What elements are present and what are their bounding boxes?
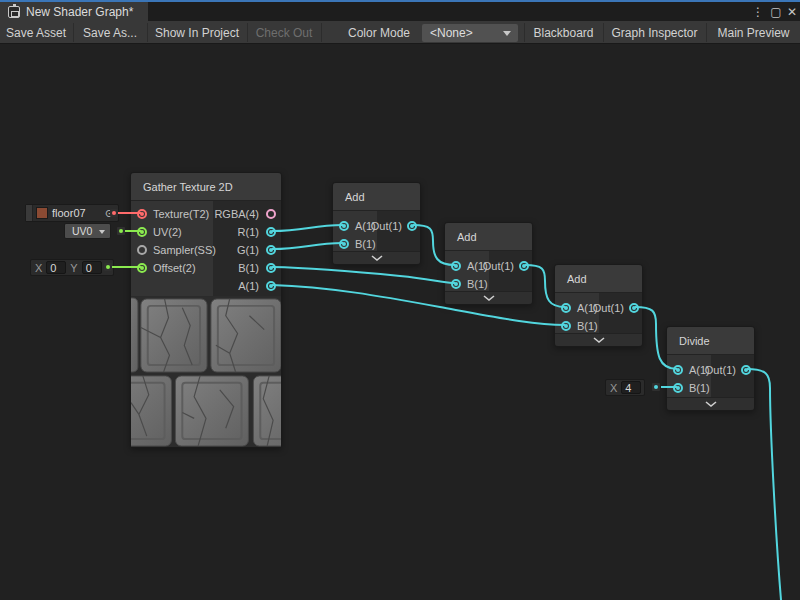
graph-inspector-button[interactable]: Graph Inspector xyxy=(604,21,705,44)
output-label-r: R(1) xyxy=(238,223,259,241)
output-label-g: G(1) xyxy=(237,241,259,259)
shader-graph-icon xyxy=(8,6,20,18)
window-menu-icon[interactable]: ⋮ xyxy=(750,2,766,21)
node-title-text: Divide xyxy=(679,335,710,347)
output-label-out: Out(1) xyxy=(705,361,736,379)
tab-bar: New Shader Graph* ⋮ ▢ ✕ xyxy=(0,2,800,21)
port-offset-input[interactable] xyxy=(137,263,147,273)
node-title[interactable]: Add xyxy=(555,265,642,293)
texture-thumbnail xyxy=(36,207,48,219)
collapse-chevron[interactable] xyxy=(445,291,532,304)
show-in-project-button[interactable]: Show In Project xyxy=(148,21,246,44)
save-asset-button[interactable]: Save Asset xyxy=(0,21,72,44)
chevron-down-icon xyxy=(483,295,495,301)
window-maximize-icon[interactable]: ▢ xyxy=(768,2,784,21)
chevron-down-icon xyxy=(99,230,105,234)
x-label: X xyxy=(610,382,617,394)
port-g-output[interactable] xyxy=(266,245,276,255)
node-title-text: Add xyxy=(567,273,587,285)
output-label-a: A(1) xyxy=(238,277,259,295)
main-preview-button[interactable]: Main Preview xyxy=(707,21,800,44)
port-a-output[interactable] xyxy=(266,281,276,291)
port-b-input[interactable] xyxy=(339,239,349,249)
node-title[interactable]: Gather Texture 2D xyxy=(131,173,281,201)
divide-b-float-field[interactable]: X 4 xyxy=(605,379,645,396)
chevron-down-icon xyxy=(593,337,605,343)
output-label-out: Out(1) xyxy=(371,217,402,235)
port-a-input[interactable] xyxy=(673,365,683,375)
divisor-input[interactable]: 4 xyxy=(621,381,641,394)
node-add-2[interactable]: Add A(1) B(1) Out(1) xyxy=(444,222,533,305)
input-label-b: B(1) xyxy=(689,379,710,397)
uv-channel-value: UV0 xyxy=(72,225,92,237)
port-out-output[interactable] xyxy=(519,261,529,271)
texture-port-dot[interactable] xyxy=(110,209,118,217)
chevron-down-icon xyxy=(705,401,717,407)
port-a-input[interactable] xyxy=(561,303,571,313)
uv-port-dot[interactable] xyxy=(117,227,125,235)
input-label-uv: UV(2) xyxy=(153,223,182,241)
save-as-button[interactable]: Save As... xyxy=(74,21,146,44)
shader-graph-window: New Shader Graph* ⋮ ▢ ✕ Save Asset Save … xyxy=(0,0,800,600)
node-title-text: Add xyxy=(345,191,365,203)
node-title[interactable]: Add xyxy=(333,183,420,211)
offset-port-dot[interactable] xyxy=(104,263,112,271)
chevron-down-icon xyxy=(371,255,383,261)
offset-y-input[interactable]: 0 xyxy=(82,261,102,274)
node-title[interactable]: Add xyxy=(445,223,532,251)
collapse-chevron[interactable] xyxy=(333,251,420,264)
port-rgba-output[interactable] xyxy=(266,209,276,219)
port-a-input[interactable] xyxy=(451,261,461,271)
object-field-strip xyxy=(26,205,33,221)
offset-vector2-field[interactable]: X 0 Y 0 xyxy=(30,259,114,276)
output-label-out: Out(1) xyxy=(593,299,624,317)
collapse-chevron[interactable] xyxy=(555,333,642,346)
port-r-output[interactable] xyxy=(266,227,276,237)
color-mode-value: <None> xyxy=(430,26,473,40)
node-gather-texture-2d[interactable]: Gather Texture 2D Texture(T2) UV(2) Samp… xyxy=(130,172,282,448)
node-title-text: Add xyxy=(457,231,477,243)
offset-x-input[interactable]: 0 xyxy=(46,261,66,274)
port-out-output[interactable] xyxy=(741,365,751,375)
port-out-output[interactable] xyxy=(629,303,639,313)
chevron-down-icon xyxy=(503,31,511,36)
x-label: X xyxy=(35,262,42,274)
input-label-texture: Texture(T2) xyxy=(153,205,209,223)
texture-object-field[interactable]: floor07 ⊙ xyxy=(25,204,119,222)
blackboard-button[interactable]: Blackboard xyxy=(525,21,602,44)
node-add-1[interactable]: Add A(1) B(1) Out(1) xyxy=(332,182,421,265)
uv-channel-dropdown[interactable]: UV0 xyxy=(64,223,111,239)
node-title[interactable]: Divide xyxy=(667,327,754,355)
port-b-input[interactable] xyxy=(673,383,683,393)
input-label-offset: Offset(2) xyxy=(153,259,196,277)
node-title-text: Gather Texture 2D xyxy=(143,181,233,193)
node-divide[interactable]: Divide A(1) B(1) Out(1) xyxy=(666,326,755,411)
color-mode-label: Color Mode xyxy=(348,21,410,44)
input-label-sampler: Sampler(SS) xyxy=(153,241,216,259)
texture-preview xyxy=(131,296,281,447)
port-texture-input[interactable] xyxy=(137,209,147,219)
output-label-out: Out(1) xyxy=(483,257,514,275)
output-label-b: B(1) xyxy=(238,259,259,277)
tab-title: New Shader Graph* xyxy=(26,5,133,19)
graph-canvas[interactable] xyxy=(0,44,800,600)
output-label-rgba: RGBA(4) xyxy=(214,205,259,223)
port-sampler-input[interactable] xyxy=(137,245,147,255)
port-b-input[interactable] xyxy=(561,321,571,331)
tab-new-shader-graph[interactable]: New Shader Graph* xyxy=(0,2,148,21)
graph-toolbar: Save Asset Save As... Show In Project Ch… xyxy=(0,21,800,44)
port-uv-input[interactable] xyxy=(137,227,147,237)
y-label: Y xyxy=(70,262,77,274)
node-add-3[interactable]: Add A(1) B(1) Out(1) xyxy=(554,264,643,347)
port-b-input[interactable] xyxy=(451,279,461,289)
toolbar-separator xyxy=(321,23,322,42)
divisor-port-dot[interactable] xyxy=(652,383,660,391)
texture-name: floor07 xyxy=(52,207,86,219)
port-b-output[interactable] xyxy=(266,263,276,273)
check-out-button[interactable]: Check Out xyxy=(248,21,320,44)
color-mode-dropdown[interactable]: <None> xyxy=(422,24,518,42)
port-out-output[interactable] xyxy=(407,221,417,231)
collapse-chevron[interactable] xyxy=(667,397,754,410)
port-a-input[interactable] xyxy=(339,221,349,231)
window-close-icon[interactable]: ✕ xyxy=(784,2,800,21)
